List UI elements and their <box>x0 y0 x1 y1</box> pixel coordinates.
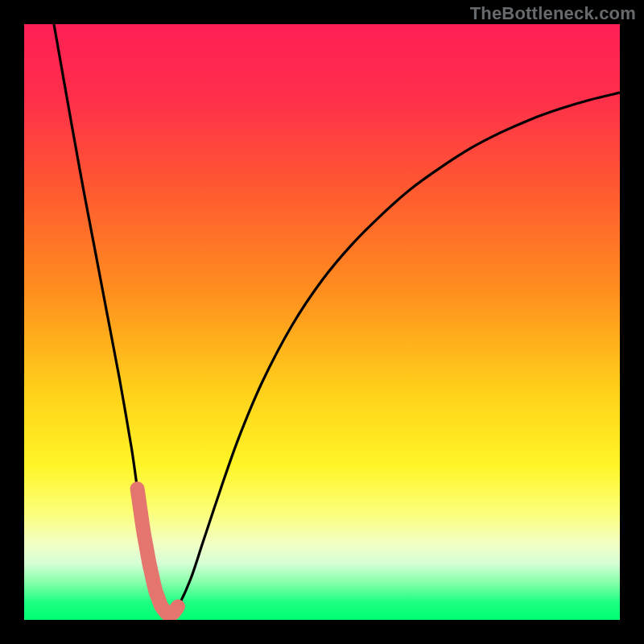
watermark-text: TheBottleneck.com <box>470 3 636 24</box>
plot-area <box>24 24 620 620</box>
chart-frame: TheBottleneck.com <box>0 0 644 644</box>
chart-svg <box>24 24 620 620</box>
gradient-background <box>24 24 620 620</box>
